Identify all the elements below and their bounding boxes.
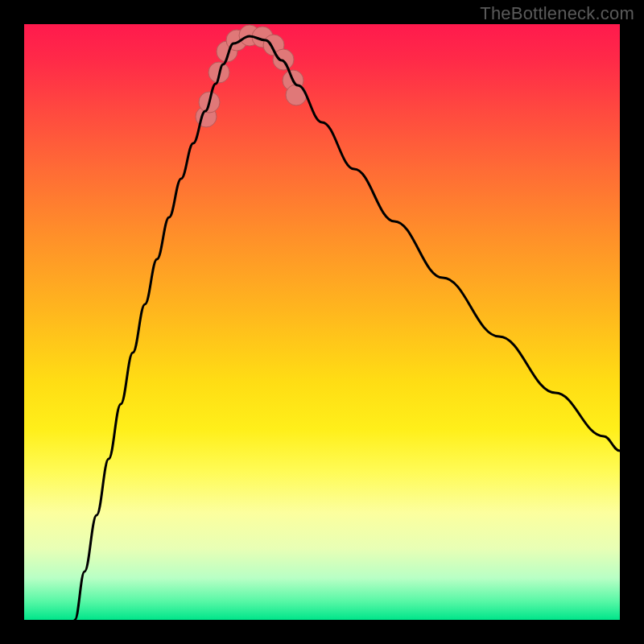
bottleneck-curve xyxy=(75,36,620,620)
curve-layer xyxy=(75,36,620,620)
data-marker xyxy=(286,85,307,105)
chart-svg xyxy=(24,24,620,620)
plot-area xyxy=(24,24,620,620)
watermark-text: TheBottleneck.com xyxy=(480,3,634,24)
